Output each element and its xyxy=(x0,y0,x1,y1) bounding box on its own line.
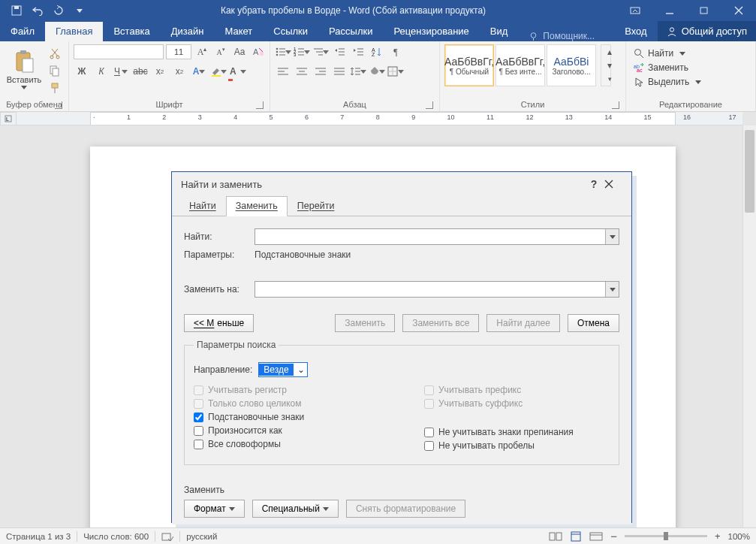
tab-home[interactable]: Главная xyxy=(45,22,103,41)
status-zoom[interactable]: 100% xyxy=(728,532,750,541)
justify-icon[interactable] xyxy=(331,64,348,79)
zoom-in-icon[interactable]: + xyxy=(715,530,721,542)
word-forms-check[interactable]: Все словоформы xyxy=(194,439,379,449)
dialog-titlebar[interactable]: Найти и заменить ? xyxy=(172,172,631,196)
replace-one-button[interactable]: Заменить xyxy=(335,314,395,332)
strike-icon[interactable]: abc xyxy=(132,64,149,79)
sign-in[interactable]: Вход xyxy=(614,22,657,41)
align-right-icon[interactable] xyxy=(312,64,329,79)
text-effects-icon[interactable]: A xyxy=(191,64,207,79)
tab-references[interactable]: Ссылки xyxy=(263,22,318,41)
format-painter-icon[interactable] xyxy=(47,80,63,95)
tab-goto[interactable]: Перейти xyxy=(288,196,345,216)
dialog-launcher-icon[interactable] xyxy=(55,101,62,109)
ignore-punct-check[interactable]: Не учитывать знаки препинания xyxy=(424,427,610,437)
help-icon[interactable]: ? xyxy=(583,178,604,190)
chevron-down-icon[interactable] xyxy=(605,229,619,244)
redo-icon[interactable] xyxy=(50,2,68,19)
find-input[interactable] xyxy=(255,228,619,245)
italic-icon[interactable]: К xyxy=(93,64,110,79)
tab-review[interactable]: Рецензирование xyxy=(383,22,479,41)
multilevel-icon[interactable] xyxy=(312,44,329,59)
less-button[interactable]: << Меньше xyxy=(184,314,254,332)
horizontal-ruler[interactable]: ·1234567891011121314151617 xyxy=(17,112,742,125)
cut-icon[interactable] xyxy=(47,46,63,61)
copy-icon[interactable] xyxy=(47,63,63,78)
styles-up-icon[interactable]: ▴ xyxy=(601,45,618,59)
find-button[interactable]: Найти xyxy=(631,47,704,59)
ribbon-options-icon[interactable] xyxy=(618,0,652,21)
tab-mailings[interactable]: Рассылки xyxy=(318,22,383,41)
grow-font-icon[interactable]: A▴ xyxy=(194,44,210,59)
close-icon[interactable] xyxy=(721,0,756,21)
change-case-icon[interactable]: Aa xyxy=(231,44,248,59)
status-language[interactable]: русский xyxy=(186,532,217,541)
tab-insert[interactable]: Вставка xyxy=(103,22,160,41)
pilcrow-icon[interactable]: ¶ xyxy=(387,44,404,59)
sort-icon[interactable]: AZ xyxy=(369,44,385,59)
replace-all-button[interactable]: Заменить все xyxy=(402,314,479,332)
undo-icon[interactable] xyxy=(29,2,47,19)
superscript-icon[interactable]: x2 xyxy=(171,64,188,79)
styles-more-icon[interactable]: ▾ xyxy=(601,72,618,86)
shrink-font-icon[interactable]: A▾ xyxy=(212,44,229,59)
maximize-icon[interactable] xyxy=(687,0,721,21)
tab-layout[interactable]: Макет xyxy=(214,22,263,41)
bullets-icon[interactable] xyxy=(275,44,291,59)
status-words[interactable]: Число слов: 600 xyxy=(83,532,149,541)
ruler-corner[interactable]: L xyxy=(0,112,17,125)
align-center-icon[interactable] xyxy=(294,64,310,79)
no-format-button[interactable]: Снять форматирование xyxy=(346,500,465,518)
direction-select[interactable]: Везде ⌄ xyxy=(258,362,308,377)
vertical-scrollbar[interactable] xyxy=(742,125,756,527)
indent-icon[interactable] xyxy=(350,44,366,59)
share-button[interactable]: Общий доступ xyxy=(658,21,756,41)
subscript-icon[interactable]: x2 xyxy=(152,64,168,79)
tab-find[interactable]: Найти xyxy=(179,196,226,216)
tab-design[interactable]: Дизайн xyxy=(161,22,215,41)
cancel-button[interactable]: Отмена xyxy=(568,314,619,332)
clear-format-icon[interactable]: A xyxy=(250,44,267,59)
proofing-icon[interactable] xyxy=(161,531,173,542)
styles-down-icon[interactable]: ▾ xyxy=(601,59,618,72)
minimize-icon[interactable] xyxy=(652,0,687,21)
tell-me[interactable]: Помощник... xyxy=(529,31,595,41)
highlight-icon[interactable] xyxy=(210,64,227,79)
print-layout-icon[interactable] xyxy=(570,531,582,542)
sounds-like-check[interactable]: Произносится как xyxy=(194,425,379,436)
scroll-thumb[interactable] xyxy=(745,130,754,213)
dialog-launcher-icon[interactable] xyxy=(256,101,264,109)
format-button[interactable]: Формат xyxy=(184,500,245,518)
font-size[interactable]: 11 xyxy=(166,44,191,59)
special-button[interactable]: Специальный xyxy=(252,500,339,518)
outdent-icon[interactable] xyxy=(331,44,348,59)
find-next-button[interactable]: Найти далее xyxy=(486,314,560,332)
status-page[interactable]: Страница 1 из 3 xyxy=(6,532,71,541)
underline-icon[interactable]: Ч xyxy=(113,64,129,79)
style-nospacing[interactable]: АаБбВвГг,¶ Без инте... xyxy=(495,44,545,86)
align-left-icon[interactable] xyxy=(275,64,291,79)
replace-input[interactable] xyxy=(255,281,619,298)
style-normal[interactable]: АаБбВвГг,¶ Обычный xyxy=(444,44,494,86)
font-name[interactable] xyxy=(74,44,164,59)
qat-customize-icon[interactable] xyxy=(71,2,89,19)
read-mode-icon[interactable] xyxy=(549,531,562,542)
style-heading1[interactable]: АаБбВіЗаголово... xyxy=(547,44,596,86)
paste-button[interactable]: Вставить xyxy=(5,44,44,94)
web-layout-icon[interactable] xyxy=(589,531,603,542)
tab-replace[interactable]: Заменить xyxy=(226,196,288,216)
font-color-icon[interactable]: A xyxy=(230,64,246,79)
dialog-launcher-icon[interactable] xyxy=(426,101,433,109)
borders-icon[interactable] xyxy=(387,64,404,79)
shading-icon[interactable] xyxy=(369,64,385,79)
tab-file[interactable]: Файл xyxy=(0,22,45,41)
save-icon[interactable] xyxy=(8,2,26,19)
chevron-down-icon[interactable] xyxy=(605,282,619,297)
line-spacing-icon[interactable] xyxy=(350,64,366,79)
tab-view[interactable]: Вид xyxy=(480,22,519,41)
ignore-space-check[interactable]: Не учитывать пробелы xyxy=(424,440,610,451)
chevron-down-icon[interactable]: ⌄ xyxy=(295,364,307,375)
numbering-icon[interactable]: 123 xyxy=(294,44,310,59)
select-button[interactable]: Выделить xyxy=(631,76,704,88)
bold-icon[interactable]: Ж xyxy=(74,64,90,79)
